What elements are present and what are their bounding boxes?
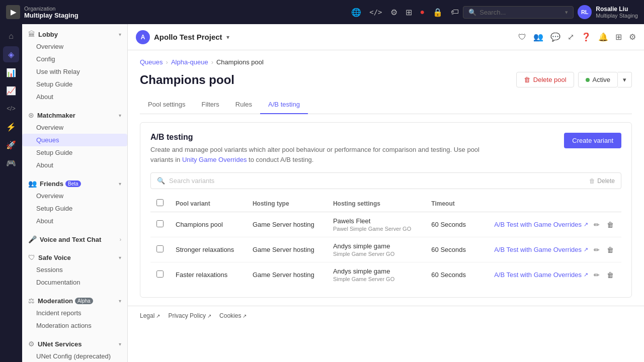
row3-actions-group: A/B Test with Game Overrides ↗ ✏ 🗑	[482, 269, 615, 281]
sidebar-lobby-header[interactable]: 🏛 Lobby ▾	[22, 26, 127, 40]
breadcrumb-queues[interactable]: Queues	[140, 58, 163, 66]
lock-icon[interactable]: 🔒	[433, 8, 443, 17]
row3-edit-button[interactable]: ✏	[592, 269, 601, 281]
topbar-icons: 🌐 </> ⚙ ⊞ ● 🔒 🏷	[351, 8, 459, 17]
row2-checkbox-cell	[150, 237, 170, 262]
sidebar-friends-header[interactable]: 👥 Friends Beta ▾	[22, 175, 127, 190]
matchmaker-icon-bar[interactable]: ◈	[3, 46, 19, 62]
row1-edit-button[interactable]: ✏	[592, 219, 601, 230]
row1-checkbox[interactable]	[156, 220, 164, 227]
active-dropdown-button[interactable]: ▾	[618, 72, 632, 87]
shield-icon[interactable]: 🛡	[518, 33, 526, 42]
row2-delete-button[interactable]: 🗑	[605, 244, 615, 255]
sidebar-item-friends-overview[interactable]: Overview	[22, 190, 127, 202]
select-all-checkbox[interactable]	[156, 199, 164, 206]
sidebar-item-lobby-about[interactable]: About	[22, 90, 127, 103]
gamepad-icon-bar[interactable]: 🎮	[3, 155, 19, 171]
footer-legal-ext-icon: ↗	[156, 313, 160, 319]
sidebar-item-safevoice-docs[interactable]: Documentation	[22, 276, 127, 289]
variants-search-bar[interactable]: 🔍 🗑 Delete	[150, 172, 621, 189]
sidebar-moderation-header[interactable]: ⚖ Moderation Alpha ▾	[22, 293, 127, 307]
tag-icon[interactable]: 🏷	[451, 8, 459, 17]
globe-icon[interactable]: 🌐	[351, 8, 361, 17]
help-icon[interactable]: ❓	[581, 32, 591, 42]
breadcrumb-alpha-queue[interactable]: Alpha-queue	[171, 58, 208, 66]
app-logo[interactable]: ▶	[6, 5, 20, 19]
sidebar-item-lobby-relay[interactable]: Use with Relay	[22, 65, 127, 78]
footer-cookies-link[interactable]: Cookies ↗	[219, 312, 247, 319]
rocket-icon-bar[interactable]: 🚀	[3, 137, 19, 153]
search-input[interactable]	[479, 9, 562, 16]
tab-filters[interactable]: Filters	[193, 96, 227, 114]
sidebar-item-lobby-overview[interactable]: Overview	[22, 40, 127, 53]
settings-icon[interactable]: ⚙	[629, 32, 636, 42]
tab-ab-testing[interactable]: A/B testing	[260, 96, 308, 114]
apps-icon[interactable]: ⊞	[615, 32, 622, 42]
sidebar-item-matchmaker-about[interactable]: About	[22, 159, 127, 171]
avatar[interactable]: RL	[578, 5, 592, 19]
row3-delete-button[interactable]: 🗑	[605, 269, 615, 281]
col-hosting-type: Hosting type	[247, 195, 327, 212]
sidebar-unet-header[interactable]: ⚙ UNet Services ▾	[22, 336, 127, 350]
footer-privacy-link[interactable]: Privacy Policy ↗	[168, 312, 211, 319]
row3-external-icon: ↗	[584, 272, 588, 278]
table-row: Champions pool Game Server hosting Pawel…	[150, 212, 621, 237]
row3-pool-variant: Faster relaxations	[170, 262, 247, 288]
bell-icon[interactable]: 🔔	[598, 32, 608, 42]
sidebar-item-matchmaker-overview[interactable]: Overview	[22, 121, 127, 134]
sidebar-item-matchmaker-setup[interactable]: Setup Guide	[22, 146, 127, 159]
sidebar-item-lobby-setup[interactable]: Setup Guide	[22, 78, 127, 90]
expand-icon[interactable]: ⤢	[568, 32, 574, 42]
chat-icon[interactable]: 💬	[550, 32, 560, 42]
sidebar-item-matchmaker-queues[interactable]: Queues	[22, 134, 127, 146]
code-icon-bar[interactable]: </>	[3, 101, 19, 117]
sidebar-item-friends-setup[interactable]: Setup Guide	[22, 202, 127, 215]
analytics-icon-bar[interactable]: 📈	[3, 82, 19, 99]
sidebar-safevoice-header[interactable]: 🛡 Safe Voice ▾	[22, 249, 127, 263]
chart-icon-bar[interactable]: 📊	[3, 64, 19, 80]
row1-delete-button[interactable]: 🗑	[605, 219, 615, 230]
sidebar-matchmaker-label: Matchmaker	[37, 112, 75, 119]
sidebar-item-friends-about[interactable]: About	[22, 215, 127, 227]
active-button[interactable]: Active	[578, 72, 618, 87]
moderation-alpha-badge: Alpha	[75, 298, 93, 304]
gear-icon[interactable]: ⚙	[390, 8, 397, 17]
create-variant-button[interactable]: Create variant	[564, 133, 621, 148]
eye-icon[interactable]: ●	[420, 8, 425, 17]
sidebar-item-moderation-actions[interactable]: Moderation actions	[22, 319, 127, 332]
code-icon[interactable]: </>	[369, 8, 382, 16]
sidebar-matchmaker-header[interactable]: ⊛ Matchmaker ▾	[22, 107, 127, 121]
people-icon[interactable]: 👥	[533, 32, 543, 42]
home-icon-bar[interactable]: ⌂	[3, 28, 19, 44]
sidebar-section-unet: ⚙ UNet Services ▾ UNet Config (deprecate…	[22, 334, 127, 362]
delete-pool-button[interactable]: 🗑 Delete pool	[516, 72, 574, 87]
project-selector[interactable]: A Apollo Test Project ▾	[136, 30, 229, 44]
row2-hosting-sub: Simple Game Server GO	[333, 251, 419, 257]
search-box[interactable]: 🔍 ▾	[463, 6, 574, 19]
row3-checkbox[interactable]	[156, 270, 164, 278]
row2-ab-link[interactable]: A/B Test with Game Overrides ↗	[494, 246, 588, 253]
sidebar-item-safevoice-sessions[interactable]: Sessions	[22, 263, 127, 276]
row2-pool-variant: Stronger relaxations	[170, 237, 247, 262]
footer-legal-link[interactable]: Legal ↗	[140, 312, 160, 319]
row3-hosting-name: Andys simple game	[333, 267, 419, 275]
tab-pool-settings[interactable]: Pool settings	[140, 96, 193, 114]
row3-ab-link[interactable]: A/B Test with Game Overrides ↗	[494, 271, 588, 279]
icon-bar: ⌂ ◈ 📊 📈 </> ⚡ 🚀 🎮	[0, 24, 22, 362]
tab-rules[interactable]: Rules	[227, 96, 260, 114]
row1-ab-link[interactable]: A/B Test with Game Overrides ↗	[494, 221, 588, 228]
grid-icon[interactable]: ⊞	[406, 8, 412, 17]
sidebar-item-lobby-config[interactable]: Config	[22, 53, 127, 65]
footer-privacy-text: Privacy Policy	[168, 312, 206, 319]
sidebar-item-unet-config[interactable]: UNet Config (deprecated)	[22, 350, 127, 362]
unity-game-overrides-link[interactable]: Unity Game Overrides	[182, 156, 247, 163]
sidebar-item-moderation-incidents[interactable]: Incident reports	[22, 307, 127, 319]
variants-table-body: Champions pool Game Server hosting Pawel…	[150, 212, 621, 288]
lightning-icon-bar[interactable]: ⚡	[3, 119, 19, 135]
row2-edit-button[interactable]: ✏	[592, 244, 601, 255]
row2-checkbox[interactable]	[156, 245, 164, 252]
row3-actions: A/B Test with Game Overrides ↗ ✏ 🗑	[476, 262, 621, 288]
sidebar-voice-header[interactable]: 🎤 Voice and Text Chat ›	[22, 231, 127, 245]
delete-selected-button[interactable]: 🗑 Delete	[589, 177, 615, 185]
search-variants-input[interactable]	[169, 177, 585, 185]
